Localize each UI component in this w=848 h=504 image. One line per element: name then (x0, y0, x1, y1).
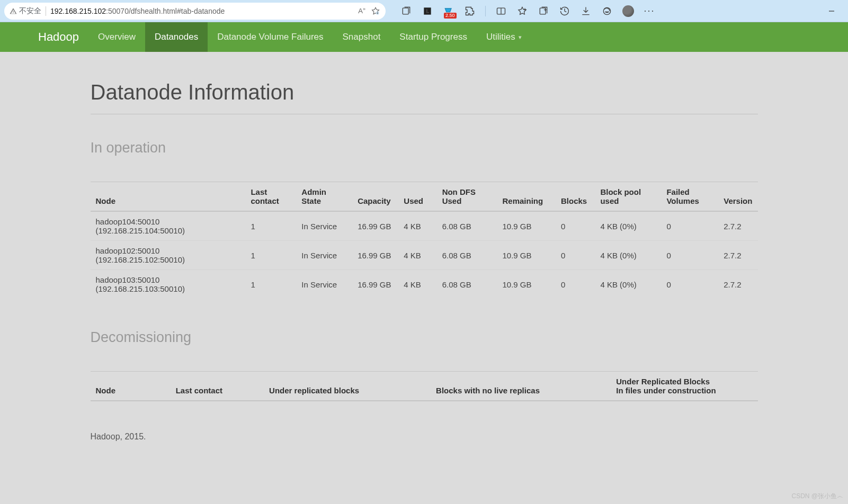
favorites-icon[interactable] (516, 5, 528, 17)
nav-item-datanode-volume-failures[interactable]: Datanode Volume Failures (208, 22, 333, 52)
table-row: hadoop102:50010 (192.168.215.102:50010)1… (91, 241, 758, 270)
page-body: Hadoop OverviewDatanodesDatanode Volume … (0, 22, 848, 504)
col-failed-volumes: Failed Volumes (661, 182, 718, 212)
cell-non_dfs: 6.08 GB (437, 241, 497, 270)
cell-blocks: 0 (556, 270, 595, 299)
favorite-icon[interactable] (371, 6, 380, 16)
col-node: Node (91, 372, 171, 401)
col-under-replicated-blocks-in-files-under-construction: Under Replicated BlocksIn files under co… (611, 372, 757, 401)
cell-capacity: 16.99 GB (352, 270, 398, 299)
navbar: Hadoop OverviewDatanodesDatanode Volume … (0, 22, 848, 52)
window-controls (819, 3, 844, 20)
footer-text: Hadoop, 2015. (91, 432, 758, 442)
security-warning[interactable]: 不安全 (10, 6, 41, 16)
col-last-contact: Last contact (171, 372, 264, 401)
collections2-icon[interactable] (538, 5, 549, 17)
cell-node[interactable]: hadoop104:50010 (192.168.215.104:50010) (91, 211, 246, 241)
table-row: hadoop103:50010 (192.168.215.103:50010)1… (91, 270, 758, 299)
split-screen-icon[interactable] (495, 5, 507, 17)
page-title: Datanode Information (91, 80, 758, 104)
cell-version: 2.7.2 (718, 241, 757, 270)
cell-failed_volumes: 0 (661, 270, 718, 299)
toolbar-divider (485, 6, 486, 16)
cell-failed_volumes: 0 (661, 241, 718, 270)
cell-admin_state: In Service (296, 211, 352, 241)
extensions-icon[interactable] (464, 5, 476, 17)
shopping-badge: 2.50 (444, 13, 457, 19)
cell-version: 2.7.2 (718, 211, 757, 241)
in-operation-table: NodeLast contactAdmin StateCapacityUsedN… (91, 182, 758, 299)
cell-last_contact: 1 (245, 270, 296, 299)
cell-admin_state: In Service (296, 241, 352, 270)
col-under-replicated-blocks: Under replicated blocks (264, 372, 431, 401)
cell-admin_state: In Service (296, 270, 352, 299)
cell-capacity: 16.99 GB (352, 241, 398, 270)
nav-item-datanodes[interactable]: Datanodes (145, 22, 208, 52)
profile-avatar[interactable] (622, 5, 634, 17)
history-icon[interactable] (559, 5, 570, 17)
col-last-contact: Last contact (245, 182, 296, 212)
decomissioning-table: NodeLast contactUnder replicated blocksB… (91, 371, 758, 401)
address-bar[interactable]: 不安全 192.168.215.102:50070/dfshealth.html… (4, 3, 386, 20)
brand[interactable]: Hadoop (33, 22, 88, 52)
cell-last_contact: 1 (245, 241, 296, 270)
watermark: CSDN @张小鱼෴ (791, 492, 843, 501)
divider (91, 114, 758, 114)
nav-item-overview[interactable]: Overview (88, 22, 145, 52)
cell-blocks: 0 (556, 211, 595, 241)
shopping-icon[interactable]: 2.50 (443, 5, 454, 17)
warning-icon (10, 7, 17, 15)
cell-block_pool: 4 KB (0%) (595, 270, 661, 299)
cell-last_contact: 1 (245, 211, 296, 241)
cell-node[interactable]: hadoop102:50010 (192.168.215.102:50010) (91, 241, 246, 270)
cell-used: 4 KB (398, 270, 436, 299)
col-node: Node (91, 182, 246, 212)
col-used: Used (398, 182, 436, 212)
cell-used: 4 KB (398, 211, 436, 241)
col-non-dfs-used: Non DFS Used (437, 182, 497, 212)
cell-non_dfs: 6.08 GB (437, 270, 497, 299)
col-block-pool-used: Block pool used (595, 182, 661, 212)
col-blocks-with-no-live-replicas: Blocks with no live replicas (431, 372, 611, 401)
cell-remaining: 10.9 GB (497, 241, 556, 270)
security-label: 不安全 (19, 6, 41, 16)
cell-blocks: 0 (556, 241, 595, 270)
chevron-down-icon: ▾ (519, 34, 522, 41)
nav-item-snapshot[interactable]: Snapshot (333, 22, 390, 52)
ie-mode-icon[interactable] (601, 5, 613, 17)
cell-capacity: 16.99 GB (352, 211, 398, 241)
col-remaining: Remaining (497, 182, 556, 212)
content-container: Datanode Information In operation NodeLa… (91, 80, 758, 463)
cell-remaining: 10.9 GB (497, 211, 556, 241)
cell-version: 2.7.2 (718, 270, 757, 299)
nav-item-startup-progress[interactable]: Startup Progress (390, 22, 477, 52)
cell-used: 4 KB (398, 241, 436, 270)
cell-block_pool: 4 KB (0%) (595, 241, 661, 270)
section-in-operation: In operation (91, 140, 758, 156)
cell-node[interactable]: hadoop103:50010 (192.168.215.103:50010) (91, 270, 246, 299)
url-rest: :50070/dfshealth.html#tab-datanode (106, 7, 225, 15)
svg-text:L: L (426, 8, 429, 14)
section-decomissioning: Decomissioning (91, 329, 758, 346)
browser-toolbar: L 2.50 ··· (400, 5, 655, 17)
svg-rect-5 (540, 8, 546, 14)
more-icon[interactable]: ··· (644, 5, 655, 17)
downloads-icon[interactable] (580, 5, 592, 17)
cell-failed_volumes: 0 (661, 211, 718, 241)
collections-icon[interactable] (400, 5, 412, 17)
table-row: hadoop104:50010 (192.168.215.104:50010)1… (91, 211, 758, 241)
col-capacity: Capacity (352, 182, 398, 212)
read-aloud-icon[interactable]: A» (358, 6, 365, 15)
url-host: 192.168.215.102 (50, 7, 106, 15)
svg-rect-1 (403, 8, 408, 14)
col-version: Version (718, 182, 757, 212)
url-text: 192.168.215.102:50070/dfshealth.html#tab… (50, 7, 354, 15)
nav-item-utilities[interactable]: Utilities▾ (477, 22, 531, 52)
cell-block_pool: 4 KB (0%) (595, 211, 661, 241)
cell-non_dfs: 6.08 GB (437, 211, 497, 241)
app-square-icon[interactable]: L (422, 5, 433, 17)
col-blocks: Blocks (556, 182, 595, 212)
minimize-button[interactable] (819, 3, 844, 20)
cell-remaining: 10.9 GB (497, 270, 556, 299)
browser-chrome: 不安全 192.168.215.102:50070/dfshealth.html… (0, 0, 848, 22)
